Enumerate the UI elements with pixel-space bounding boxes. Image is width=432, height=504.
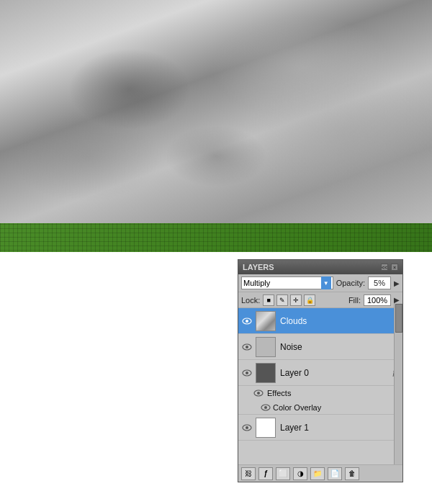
opacity-arrow[interactable]: ▶: [394, 279, 400, 287]
layer-name-noise: Noise: [280, 342, 400, 352]
new-layer-btn[interactable]: 📄: [328, 467, 342, 480]
effects-label: Effects: [266, 389, 291, 397]
panel-titlebar: LAYERS << ×: [238, 260, 402, 274]
fill-label: Fill:: [348, 296, 361, 305]
watermark: 思锐论坛 www.missvuan.com: [3, 493, 88, 503]
layer-name-clouds: Clouds: [280, 316, 400, 326]
thumbnail-clouds: [256, 311, 276, 331]
effects-row: Effects: [238, 386, 402, 400]
panel-title: LAYERS: [243, 263, 274, 271]
blend-mode-arrow: ▼: [321, 276, 331, 289]
svg-point-1: [246, 320, 248, 323]
layer-item-noise[interactable]: Noise: [238, 334, 402, 360]
blend-mode-select[interactable]: Multiply ▼: [241, 276, 333, 289]
layers-panel: LAYERS << × Multiply ▼ Opacity: 5% ▶ Loc…: [238, 259, 403, 482]
thumbnail-layer1: [256, 418, 276, 438]
add-style-btn[interactable]: ƒ: [258, 467, 273, 480]
visibility-noise[interactable]: [241, 341, 253, 353]
close-button[interactable]: ×: [391, 264, 398, 271]
visibility-layer1[interactable]: [241, 422, 253, 433]
visibility-layer0[interactable]: [241, 367, 253, 379]
layer-item-layer0[interactable]: Layer 0 ƒ𝑥: [238, 360, 402, 386]
svg-point-3: [246, 346, 248, 348]
visibility-color-overlay[interactable]: [260, 402, 271, 413]
layer-name-layer0: Layer 0: [280, 368, 389, 378]
link-layers-btn[interactable]: ⛓: [241, 467, 256, 480]
lock-label: Lock:: [241, 296, 260, 305]
opacity-label: Opacity:: [336, 279, 365, 287]
canvas-area: [0, 0, 432, 252]
collapse-button[interactable]: <<: [381, 264, 388, 271]
blend-mode-value: Multiply: [243, 279, 270, 287]
color-overlay-label: Color Overlay: [273, 403, 321, 412]
fill-value[interactable]: 100%: [364, 294, 391, 306]
lock-all-btn[interactable]: 🔒: [304, 294, 315, 306]
layer-item-layer1[interactable]: Layer 1: [238, 415, 402, 441]
color-overlay-row: Color Overlay: [238, 400, 402, 415]
visibility-clouds[interactable]: [241, 315, 253, 327]
delete-layer-btn[interactable]: 🗑: [345, 467, 359, 480]
adjustment-btn[interactable]: ◑: [293, 467, 307, 480]
layer-list: Clouds Noise Layer 0 ƒ𝑥: [238, 308, 402, 464]
lock-paint-btn[interactable]: ✎: [276, 294, 288, 306]
add-mask-btn[interactable]: ⬜: [276, 467, 290, 480]
lock-transparency-btn[interactable]: ■: [263, 294, 274, 306]
svg-point-9: [264, 406, 267, 409]
svg-point-11: [246, 426, 248, 429]
panel-toolbar: ⛓ ƒ ⬜ ◑ 📁 📄 🗑: [238, 464, 402, 482]
layer-item-clouds[interactable]: Clouds: [238, 308, 402, 334]
new-group-btn[interactable]: 📁: [310, 467, 325, 480]
panel-scrollbar[interactable]: [394, 303, 402, 464]
titlebar-buttons: << ×: [381, 264, 398, 271]
visibility-effects[interactable]: [253, 387, 264, 399]
thumbnail-layer0: [256, 363, 276, 383]
thumbnail-noise: [256, 337, 276, 357]
svg-point-7: [257, 392, 260, 395]
lock-icons: ■ ✎ ✛ 🔒: [263, 294, 346, 306]
opacity-value[interactable]: 5%: [368, 276, 391, 289]
svg-point-5: [246, 372, 248, 374]
layer-name-layer1: Layer 1: [280, 423, 400, 433]
lock-move-btn[interactable]: ✛: [290, 294, 302, 306]
green-canvas: [0, 223, 432, 252]
cloud-canvas: [0, 0, 432, 223]
scrollbar-thumb: [395, 304, 402, 333]
lock-row: Lock: ■ ✎ ✛ 🔒 Fill: 100% ▶: [238, 292, 402, 308]
blend-mode-row: Multiply ▼ Opacity: 5% ▶: [238, 274, 402, 292]
